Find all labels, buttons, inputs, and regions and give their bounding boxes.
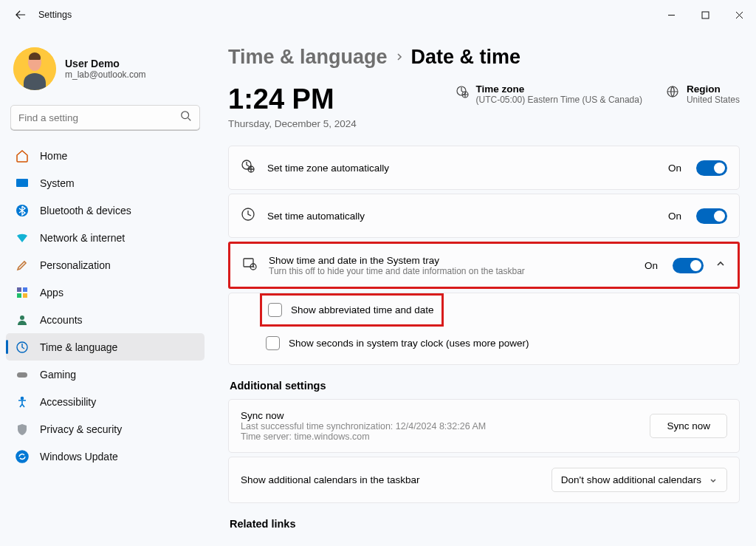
nav-accounts[interactable]: Accounts [6,306,205,333]
svg-point-2 [182,112,189,119]
row-abbreviated[interactable]: Show abbreviated time and date [260,293,444,327]
nav-update[interactable]: Windows Update [6,443,205,470]
svg-rect-0 [702,12,709,18]
row-sync: Sync now Last successful time synchroniz… [229,400,739,452]
main-content: Time & language Date & time 1:24 PM Thur… [210,30,756,546]
nav-home[interactable]: Home [6,142,205,169]
current-time: 1:24 PM [228,83,357,115]
sync-now-button[interactable]: Sync now [650,414,727,438]
system-icon [15,177,30,190]
clock-icon [241,207,255,225]
avatar [13,47,56,90]
nav-apps[interactable]: Apps [6,279,205,306]
tray-clock-icon [242,256,257,274]
nav-list: Home System Bluetooth & devices Network … [0,142,210,470]
nav-system[interactable]: System [6,169,205,197]
nav-accessibility[interactable]: Accessibility [6,388,205,415]
region-value: United States [687,95,740,105]
timezone-icon [456,83,469,105]
row-auto-timezone[interactable]: Set time zone automatically On [229,146,739,189]
profile-block[interactable]: User Demo m_lab@outlook.com [0,37,210,100]
svg-rect-5 [17,287,21,292]
bluetooth-icon [15,204,30,217]
row-additional-calendars[interactable]: Show additional calendars in the taskbar… [229,457,739,502]
accessibility-icon [15,395,30,409]
shield-icon [15,423,30,436]
toggle-auto-timezone[interactable] [696,160,727,176]
globe-clock-icon [15,341,30,354]
close-button[interactable] [722,0,756,30]
search-box[interactable] [10,105,200,130]
nav-privacy[interactable]: Privacy & security [6,415,205,443]
checkbox-seconds[interactable] [266,336,280,350]
row-system-tray[interactable]: Show time and date in the System tray Tu… [230,244,738,287]
toggle-auto-time[interactable] [696,208,727,224]
back-button[interactable] [10,10,31,20]
related-heading: Related links [230,518,740,530]
gamepad-icon [15,368,30,381]
user-name: User Demo [65,58,146,69]
svg-rect-11 [17,372,27,378]
sidebar: User Demo m_lab@outlook.com Home System … [0,30,210,546]
checkbox-abbreviated[interactable] [268,303,282,317]
maximize-button[interactable] [688,0,722,30]
wifi-icon [15,231,30,245]
title-bar: Settings [0,0,756,30]
current-date: Thursday, December 5, 2024 [228,118,357,129]
svg-rect-6 [23,287,27,292]
home-icon [15,149,30,163]
nav-time-language[interactable]: Time & language [6,333,205,361]
timezone-title: Time zone [476,83,642,95]
nav-bluetooth[interactable]: Bluetooth & devices [6,197,205,224]
brush-icon [15,259,30,272]
timezone-value: (UTC-05:00) Eastern Time (US & Canada) [476,95,642,105]
search-input[interactable] [18,112,180,123]
svg-rect-3 [16,179,28,187]
user-email: m_lab@outlook.com [65,69,146,80]
globe-clock-icon [241,159,255,177]
nav-personalization[interactable]: Personalization [6,251,205,279]
chevron-right-icon [395,51,404,64]
calendars-dropdown[interactable]: Don't show additional calendars [551,468,727,492]
svg-rect-20 [244,259,253,267]
row-auto-time[interactable]: Set time automatically On [229,194,739,237]
additional-heading: Additional settings [230,380,740,392]
svg-point-13 [16,451,28,463]
apps-icon [15,286,30,299]
svg-rect-7 [17,293,21,298]
person-icon [15,313,30,327]
region-title: Region [687,83,740,95]
minimize-button[interactable] [654,0,688,30]
breadcrumb-current: Date & time [411,46,521,69]
search-icon [180,110,192,125]
svg-rect-8 [23,293,27,298]
window-title: Settings [38,10,654,20]
svg-point-12 [21,397,24,399]
svg-point-9 [20,315,24,320]
breadcrumb: Time & language Date & time [228,46,740,69]
chevron-up-icon[interactable] [715,259,726,272]
update-icon [15,450,30,463]
region-icon [666,83,679,105]
chevron-down-icon [709,476,718,485]
row-show-seconds[interactable]: Show seconds in system tray clock (uses … [229,327,739,360]
toggle-system-tray[interactable] [673,258,704,273]
nav-gaming[interactable]: Gaming [6,361,205,388]
breadcrumb-parent[interactable]: Time & language [228,46,388,69]
nav-network[interactable]: Network & internet [6,224,205,251]
